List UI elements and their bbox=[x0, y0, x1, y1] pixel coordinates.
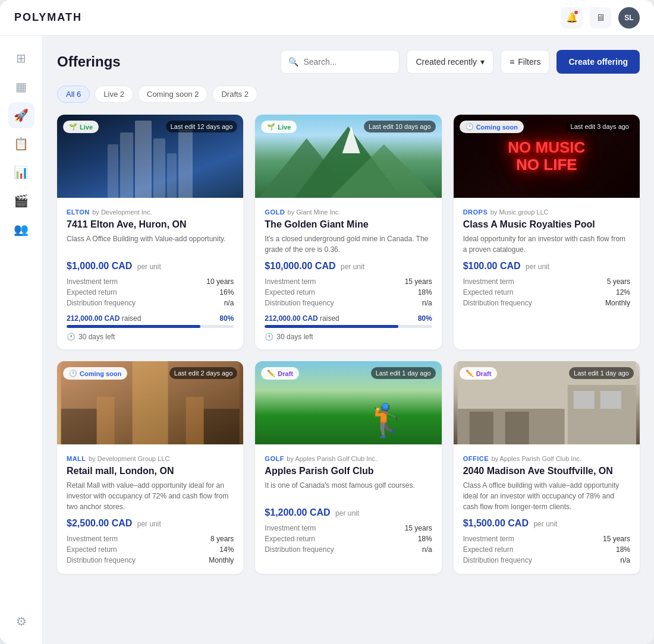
offering-card-gold[interactable]: 🌱 Live Last edit 10 days ago GOLD by Gia… bbox=[255, 115, 441, 349]
create-offering-button[interactable]: Create offering bbox=[556, 50, 640, 74]
status-label: Coming soon bbox=[80, 370, 121, 377]
offering-provider: by Development Inc. bbox=[92, 209, 152, 216]
days-left: 🕐 30 days left bbox=[265, 333, 432, 341]
tab-drafts[interactable]: Drafts 2 bbox=[212, 86, 257, 103]
status-icon: ✏️ bbox=[466, 370, 474, 377]
card-image: ✏️ Draft Last edit 1 day ago bbox=[454, 361, 640, 444]
status-badge: 🕐 Coming soon bbox=[63, 367, 127, 380]
sidebar-item-chart[interactable]: 📊 bbox=[8, 159, 34, 185]
svg-rect-15 bbox=[573, 391, 594, 409]
users-icon: 👥 bbox=[14, 222, 29, 236]
offering-card-office[interactable]: ✏️ Draft Last edit 1 day ago OFFICE by A… bbox=[454, 361, 640, 574]
detail-investment-term: Investment term 5 years bbox=[463, 276, 630, 287]
table-icon: ▦ bbox=[15, 80, 27, 94]
detail-distribution-frequency: Distribution frequency n/a bbox=[265, 544, 432, 555]
sort-label: Created recently bbox=[416, 57, 477, 67]
tab-live[interactable]: Live 2 bbox=[95, 86, 133, 103]
status-badge: 🕐 Coming soon bbox=[460, 121, 524, 133]
offering-description: It's a closed underground gold mine in C… bbox=[265, 233, 432, 255]
detail-distribution-frequency: Distribution frequency n/a bbox=[67, 298, 234, 308]
card-image: 🏌️ ✏️ Draft Last edit 1 day ago bbox=[255, 361, 441, 444]
detail-expected-return: Expected return 18% bbox=[265, 533, 432, 544]
last-edit-label: Last edit 1 day ago bbox=[569, 367, 634, 379]
offering-description: Class A Office Building with Value-add o… bbox=[67, 233, 234, 255]
last-edit-label: Last edit 1 day ago bbox=[371, 367, 436, 379]
card-tag-line: GOLF by Apples Parish Golf Club Inc. bbox=[265, 453, 432, 463]
avatar[interactable]: SL bbox=[618, 7, 640, 29]
card-body: ELTON by Development Inc. 7411 Elton Ave… bbox=[57, 198, 243, 349]
card-body: GOLF by Apples Parish Golf Club Inc. App… bbox=[255, 444, 441, 563]
offering-card-mall[interactable]: 🕐 Coming soon Last edit 2 days ago MALL … bbox=[57, 361, 243, 574]
offering-tag: ELTON bbox=[67, 209, 90, 216]
status-label: Live bbox=[278, 124, 291, 131]
status-label: Draft bbox=[278, 370, 293, 377]
offering-card-elton[interactable]: 🌱 Live Last edit 12 days ago ELTON by De… bbox=[57, 115, 243, 349]
status-label: Draft bbox=[476, 370, 492, 377]
offering-price: $1,200.00 CAD per unit bbox=[265, 507, 432, 518]
svg-rect-6 bbox=[61, 409, 97, 444]
detail-distribution-frequency: Distribution frequency Monthly bbox=[67, 555, 234, 566]
offering-price: $100.00 CAD per unit bbox=[463, 261, 630, 272]
card-image: 🌱 Live Last edit 12 days ago bbox=[57, 115, 243, 198]
svg-rect-13 bbox=[505, 412, 529, 444]
content-area: Offerings 🔍 Created recently ▾ ≡ Filters… bbox=[43, 36, 654, 644]
offering-title: Class A Music Royalties Pool bbox=[463, 219, 630, 230]
price-amount: $1,200.00 CAD bbox=[265, 507, 330, 517]
grid-icon: ⊞ bbox=[16, 51, 26, 65]
clock-icon: 🕐 bbox=[67, 333, 76, 341]
offering-description: It is one of Canada's most famous golf c… bbox=[265, 480, 432, 501]
offering-price: $2,500.00 CAD per unit bbox=[67, 518, 234, 529]
price-amount: $10,000.00 CAD bbox=[265, 261, 335, 271]
price-unit: per unit bbox=[137, 263, 161, 271]
sort-button[interactable]: Created recently ▾ bbox=[407, 50, 493, 74]
offering-details: Investment term 8 years Expected return … bbox=[67, 533, 234, 566]
detail-expected-return: Expected return 12% bbox=[463, 287, 630, 298]
offering-card-drops[interactable]: NO MUSIC NO LIFE 🕐 Coming soon Last edit… bbox=[454, 115, 640, 349]
search-icon: 🔍 bbox=[288, 57, 298, 67]
search-input[interactable] bbox=[303, 57, 392, 67]
raised-amount: 212,000.00 CAD raised bbox=[265, 314, 339, 323]
notifications-button[interactable]: 🔔 bbox=[561, 7, 583, 29]
filter-button[interactable]: ≡ Filters bbox=[501, 50, 549, 74]
sidebar-item-media[interactable]: 🎬 bbox=[8, 188, 34, 214]
sidebar-item-list[interactable]: 📋 bbox=[8, 131, 34, 157]
price-amount: $2,500.00 CAD bbox=[67, 518, 132, 528]
search-box[interactable]: 🔍 bbox=[281, 50, 400, 74]
offering-provider: by Development Group LLC bbox=[89, 455, 169, 462]
sidebar-item-users[interactable]: 👥 bbox=[8, 216, 34, 242]
tab-all[interactable]: All 6 bbox=[57, 86, 90, 103]
tab-coming-soon[interactable]: Coming soon 2 bbox=[138, 86, 207, 103]
chevron-down-icon: ▾ bbox=[480, 57, 485, 67]
price-unit: per unit bbox=[526, 263, 549, 271]
header: POLYMATH 🔔 🖥 SL bbox=[0, 0, 654, 36]
svg-rect-7 bbox=[204, 409, 240, 444]
offering-provider: by Apples Parish Golf Club Inc. bbox=[287, 455, 377, 462]
sidebar-item-table[interactable]: ▦ bbox=[8, 74, 34, 100]
card-body: GOLD by Giant Mine Inc. The Golden Giant… bbox=[255, 198, 441, 349]
sidebar-item-rocket[interactable]: 🚀 bbox=[8, 102, 34, 128]
notification-dot bbox=[574, 11, 578, 14]
offering-provider: by Giant Mine Inc. bbox=[288, 209, 341, 216]
offering-description: Ideal opportunity for an investor with c… bbox=[463, 233, 630, 255]
card-image: 🕐 Coming soon Last edit 2 days ago bbox=[57, 361, 243, 444]
sidebar-item-grid[interactable]: ⊞ bbox=[8, 45, 34, 71]
detail-expected-return: Expected return 16% bbox=[67, 287, 234, 298]
offering-card-golf[interactable]: 🏌️ ✏️ Draft Last edit 1 day ago GOLF by … bbox=[255, 361, 441, 574]
filter-icon: ≡ bbox=[510, 57, 514, 67]
offering-tag: GOLF bbox=[265, 455, 284, 462]
display-icon: 🖥 bbox=[596, 12, 605, 23]
raised-pct: 80% bbox=[219, 314, 234, 323]
card-image: NO MUSIC NO LIFE 🕐 Coming soon Last edit… bbox=[454, 115, 640, 198]
settings-icon: ⚙ bbox=[16, 614, 27, 629]
last-edit-label: Last edit 2 days ago bbox=[169, 367, 237, 379]
display-button[interactable]: 🖥 bbox=[590, 7, 611, 29]
price-unit: per unit bbox=[533, 520, 557, 528]
chart-icon: 📊 bbox=[14, 165, 29, 179]
last-edit-label: Last edit 3 days ago bbox=[566, 121, 634, 132]
offering-tag: DROPS bbox=[463, 209, 488, 216]
price-unit: per unit bbox=[137, 520, 161, 528]
offering-provider: by Apples Parish Golf Club Inc. bbox=[491, 455, 581, 462]
sidebar-item-settings[interactable]: ⚙ bbox=[8, 608, 34, 634]
offering-title: 2040 Madison Ave Stouffville, ON bbox=[463, 466, 630, 476]
status-badge: ✏️ Draft bbox=[460, 367, 498, 380]
